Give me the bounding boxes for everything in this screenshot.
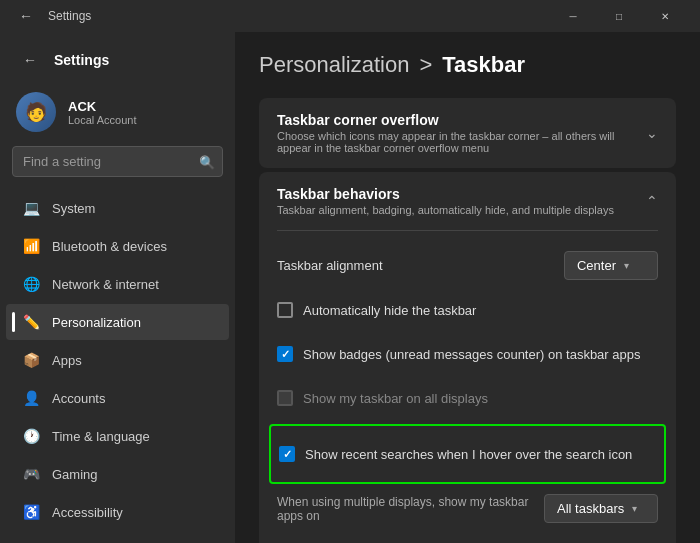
nav-privacy[interactable]: 🔒 Privacy & security [6, 532, 229, 543]
nav-personalization[interactable]: ✏️ Personalization [6, 304, 229, 340]
app-title: Settings [54, 52, 109, 68]
window-controls: ─ □ ✕ [550, 0, 688, 32]
titlebar: ← Settings ─ □ ✕ [0, 0, 700, 32]
back-icon[interactable]: ← [12, 2, 40, 30]
recent-searches-label: Show recent searches when I hover over t… [305, 447, 632, 462]
section-corner-overflow-header[interactable]: Taskbar corner overflow Choose which ico… [259, 98, 676, 168]
nav-accounts[interactable]: 👤 Accounts [6, 380, 229, 416]
network-icon: 🌐 [22, 275, 40, 293]
nav-gaming[interactable]: 🎮 Gaming [6, 456, 229, 492]
accounts-icon: 👤 [22, 389, 40, 407]
behaviors-chevron: ⌃ [646, 193, 658, 209]
search-box: 🔍 [12, 146, 223, 177]
content-area: Personalization > Taskbar Taskbar corner… [235, 32, 700, 543]
auto-hide-label: Automatically hide the taskbar [303, 303, 476, 318]
search-icon: 🔍 [199, 154, 215, 169]
alignment-left: Taskbar alignment [277, 258, 564, 273]
nav-apps[interactable]: 📦 Apps [6, 342, 229, 378]
user-info: ACK Local Account [68, 99, 137, 126]
multiple-displays-row: When using multiple displays, show my ta… [277, 488, 658, 529]
minimize-button[interactable]: ─ [550, 0, 596, 32]
section-corner-overflow: Taskbar corner overflow Choose which ico… [259, 98, 676, 168]
user-profile[interactable]: 🧑 ACK Local Account [0, 84, 235, 146]
badges-left: Show badges (unread messages counter) on… [277, 346, 658, 362]
nav-personalization-label: Personalization [52, 315, 213, 330]
all-displays-left: Show my taskbar on all displays [277, 390, 658, 406]
nav-network-label: Network & internet [52, 277, 213, 292]
behaviors-subtitle: Taskbar alignment, badging, automaticall… [277, 204, 614, 216]
nav-bluetooth-label: Bluetooth & devices [52, 239, 213, 254]
section-behaviors-text: Taskbar behaviors Taskbar alignment, bad… [277, 186, 614, 216]
alignment-dropdown[interactable]: Center ▾ [564, 251, 658, 280]
nav-accounts-label: Accounts [52, 391, 213, 406]
sidebar: ← Settings 🧑 ACK Local Account 🔍 💻 Syste… [0, 32, 235, 543]
breadcrumb-current: Taskbar [442, 52, 525, 78]
maximize-button[interactable]: □ [596, 0, 642, 32]
behaviors-body: Taskbar alignment Center ▾ Automatically… [259, 230, 676, 543]
multiple-displays-label: When using multiple displays, show my ta… [277, 495, 544, 523]
multiple-displays-dropdown-arrow-icon: ▾ [632, 503, 637, 514]
section-behaviors-header[interactable]: Taskbar behaviors Taskbar alignment, bad… [259, 172, 676, 230]
main-layout: ← Settings 🧑 ACK Local Account 🔍 💻 Syste… [0, 32, 700, 543]
nav-time-label: Time & language [52, 429, 213, 444]
alignment-row: Taskbar alignment Center ▾ [277, 243, 658, 288]
time-icon: 🕐 [22, 427, 40, 445]
bluetooth-icon: 📶 [22, 237, 40, 255]
far-corner-row: Select the far corner of the taskbar to … [277, 529, 658, 543]
section-behaviors: Taskbar behaviors Taskbar alignment, bad… [259, 172, 676, 543]
personalization-icon: ✏️ [22, 313, 40, 331]
alignment-label: Taskbar alignment [277, 258, 383, 273]
all-displays-row: Show my taskbar on all displays [277, 376, 658, 420]
sidebar-header: ← Settings [0, 32, 235, 84]
all-displays-checkbox[interactable] [277, 390, 293, 406]
gaming-icon: 🎮 [22, 465, 40, 483]
auto-hide-checkbox[interactable] [277, 302, 293, 318]
apps-icon: 📦 [22, 351, 40, 369]
multiple-displays-value: All taskbars [557, 501, 624, 516]
recent-searches-checkbox[interactable] [279, 446, 295, 462]
nav-apps-label: Apps [52, 353, 213, 368]
nav-bluetooth[interactable]: 📶 Bluetooth & devices [6, 228, 229, 264]
nav-system-label: System [52, 201, 213, 216]
breadcrumb-parent[interactable]: Personalization [259, 52, 409, 78]
close-button[interactable]: ✕ [642, 0, 688, 32]
nav-time[interactable]: 🕐 Time & language [6, 418, 229, 454]
badges-row: Show badges (unread messages counter) on… [277, 332, 658, 376]
corner-overflow-subtitle: Choose which icons may appear in the tas… [277, 130, 646, 154]
auto-hide-left: Automatically hide the taskbar [277, 302, 658, 318]
sidebar-back-button[interactable]: ← [16, 46, 44, 74]
corner-overflow-chevron: ⌄ [646, 125, 658, 141]
alignment-value: Center [577, 258, 616, 273]
behaviors-title: Taskbar behaviors [277, 186, 614, 202]
nav-gaming-label: Gaming [52, 467, 213, 482]
titlebar-left: ← Settings [12, 2, 91, 30]
badges-label: Show badges (unread messages counter) on… [303, 347, 640, 362]
behaviors-divider [277, 230, 658, 231]
dropdown-arrow-icon: ▾ [624, 260, 629, 271]
nav-network[interactable]: 🌐 Network & internet [6, 266, 229, 302]
user-type: Local Account [68, 114, 137, 126]
section-corner-overflow-text: Taskbar corner overflow Choose which ico… [277, 112, 646, 154]
recent-searches-left: Show recent searches when I hover over t… [279, 446, 656, 462]
recent-searches-highlight: Show recent searches when I hover over t… [269, 424, 666, 484]
nav-accessibility-label: Accessibility [52, 505, 213, 520]
auto-hide-row: Automatically hide the taskbar [277, 288, 658, 332]
multiple-displays-dropdown[interactable]: All taskbars ▾ [544, 494, 658, 523]
nav-accessibility[interactable]: ♿ Accessibility [6, 494, 229, 530]
breadcrumb-separator: > [419, 52, 432, 78]
titlebar-title: Settings [48, 9, 91, 23]
system-icon: 💻 [22, 199, 40, 217]
badges-checkbox[interactable] [277, 346, 293, 362]
nav-system[interactable]: 💻 System [6, 190, 229, 226]
search-input[interactable] [12, 146, 223, 177]
user-name: ACK [68, 99, 137, 114]
all-displays-label: Show my taskbar on all displays [303, 391, 488, 406]
avatar: 🧑 [16, 92, 56, 132]
recent-searches-row: Show recent searches when I hover over t… [279, 432, 656, 476]
accessibility-icon: ♿ [22, 503, 40, 521]
breadcrumb: Personalization > Taskbar [259, 52, 676, 78]
corner-overflow-title: Taskbar corner overflow [277, 112, 646, 128]
